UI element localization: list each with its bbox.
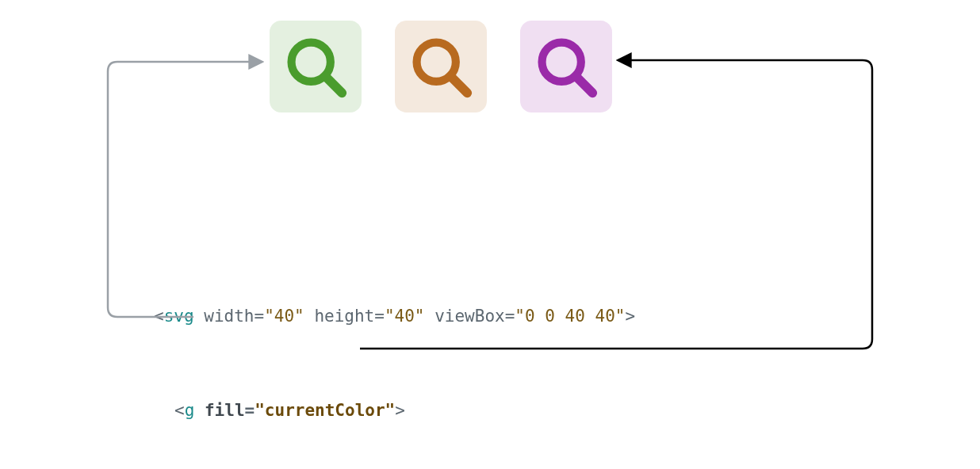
icon-box-green	[270, 21, 362, 112]
svg-rect-0	[270, 21, 362, 112]
svg-rect-6	[520, 21, 612, 112]
icon-row	[270, 21, 612, 112]
icon-box-purple	[520, 21, 612, 112]
svg-rect-3	[395, 21, 487, 112]
icon-box-brown	[395, 21, 487, 112]
code-block: <svg width="40" height="40" viewBox="0 0…	[154, 238, 722, 469]
code-line-g-open: <g fill="currentColor">	[154, 395, 722, 427]
code-line-svg-open: <svg width="40" height="40" viewBox="0 0…	[154, 301, 722, 333]
